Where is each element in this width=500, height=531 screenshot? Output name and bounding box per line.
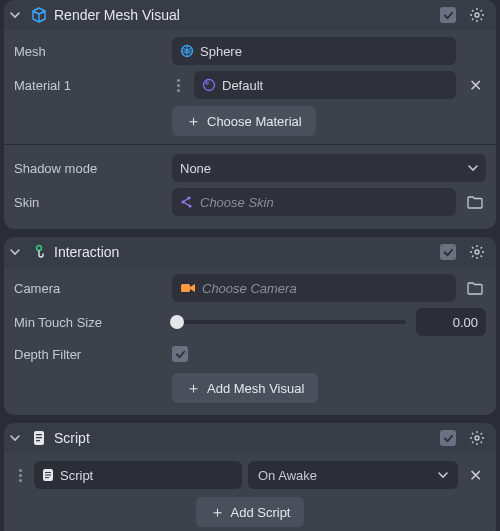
- enabled-checkbox[interactable]: [440, 7, 456, 23]
- svg-point-2: [204, 80, 215, 91]
- choose-material-label: Choose Material: [207, 114, 302, 129]
- component-header[interactable]: Render Mesh Visual: [4, 0, 496, 30]
- slider-thumb[interactable]: [170, 315, 184, 329]
- plus-icon: ＋: [186, 379, 201, 398]
- add-mesh-row: ＋ Add Mesh Visual: [14, 369, 486, 405]
- min-touch-value: 0.00: [453, 315, 478, 330]
- component-title: Render Mesh Visual: [54, 7, 434, 23]
- script-asset-label: Script: [60, 468, 234, 483]
- component-body: Mesh Sphere Material 1 Default ✕: [4, 30, 496, 229]
- shadow-row: Shadow mode None: [14, 151, 486, 185]
- script-icon: [30, 429, 48, 447]
- browse-camera-button[interactable]: [464, 281, 486, 295]
- script-event-dropdown[interactable]: On Awake: [248, 461, 458, 489]
- add-script-row: ＋ Add Script: [14, 493, 486, 529]
- chevron-down-icon: [468, 163, 478, 173]
- depth-filter-checkbox[interactable]: [172, 346, 188, 362]
- component-header[interactable]: Interaction: [4, 237, 496, 267]
- component-body: Camera Choose Camera Min Touch Size 0.00: [4, 267, 496, 415]
- material-label: Material 1: [14, 78, 164, 93]
- touch-icon: [30, 243, 48, 261]
- enabled-checkbox[interactable]: [440, 430, 456, 446]
- min-touch-label: Min Touch Size: [14, 315, 164, 330]
- chevron-down-icon: [10, 10, 24, 20]
- remove-script-button[interactable]: ✕: [464, 466, 486, 485]
- mesh-label: Mesh: [14, 44, 164, 59]
- remove-material-button[interactable]: ✕: [464, 76, 486, 95]
- min-touch-slider[interactable]: [172, 320, 406, 324]
- svg-point-8: [475, 250, 479, 254]
- script-event-value: On Awake: [258, 468, 317, 483]
- divider: [4, 144, 496, 145]
- choose-material-row: ＋ Choose Material: [14, 102, 486, 138]
- svg-rect-17: [45, 475, 51, 476]
- component-title: Interaction: [54, 244, 434, 260]
- svg-rect-11: [36, 434, 42, 435]
- camera-field[interactable]: Choose Camera: [172, 274, 456, 302]
- depth-filter-label: Depth Filter: [14, 347, 164, 362]
- add-mesh-label: Add Mesh Visual: [207, 381, 304, 396]
- svg-rect-13: [36, 440, 40, 441]
- script-entry-row: Script On Awake ✕: [14, 457, 486, 493]
- component-header[interactable]: Script: [4, 423, 496, 453]
- gear-icon[interactable]: [468, 429, 486, 447]
- svg-rect-9: [181, 284, 190, 292]
- svg-point-3: [205, 81, 209, 85]
- cube-icon: [30, 6, 48, 24]
- add-script-label: Add Script: [231, 505, 291, 520]
- component-title: Script: [54, 430, 434, 446]
- close-icon: ✕: [469, 466, 482, 485]
- script-asset-field[interactable]: Script: [34, 461, 242, 489]
- material-icon: [202, 78, 216, 92]
- svg-point-7: [37, 246, 42, 251]
- drag-handle-icon[interactable]: [14, 469, 26, 482]
- skin-row: Skin Choose Skin: [14, 185, 486, 219]
- add-script-button[interactable]: ＋ Add Script: [196, 497, 305, 527]
- chevron-down-icon: [10, 247, 24, 257]
- depth-filter-row: Depth Filter: [14, 339, 486, 369]
- choose-material-button[interactable]: ＋ Choose Material: [172, 106, 316, 136]
- svg-rect-16: [45, 472, 51, 473]
- camera-icon: [180, 282, 196, 294]
- plus-icon: ＋: [210, 503, 225, 522]
- min-touch-row: Min Touch Size 0.00: [14, 305, 486, 339]
- skin-field[interactable]: Choose Skin: [172, 188, 456, 216]
- folder-icon: [467, 281, 483, 295]
- add-mesh-visual-button[interactable]: ＋ Add Mesh Visual: [172, 373, 318, 403]
- plus-icon: ＋: [186, 112, 201, 131]
- shadow-value: None: [180, 161, 462, 176]
- mesh-row: Mesh Sphere: [14, 34, 486, 68]
- material-field[interactable]: Default: [194, 71, 456, 99]
- browse-skin-button[interactable]: [464, 195, 486, 209]
- script-file-icon: [42, 468, 54, 482]
- gear-icon[interactable]: [468, 243, 486, 261]
- shadow-label: Shadow mode: [14, 161, 164, 176]
- svg-point-0: [475, 13, 479, 17]
- close-icon: ✕: [469, 76, 482, 95]
- camera-row: Camera Choose Camera: [14, 271, 486, 305]
- chevron-down-icon: [10, 433, 24, 443]
- mesh-field[interactable]: Sphere: [172, 37, 456, 65]
- svg-rect-18: [45, 477, 49, 478]
- svg-rect-12: [36, 437, 42, 438]
- sphere-icon: [180, 44, 194, 58]
- skin-placeholder: Choose Skin: [200, 195, 448, 210]
- drag-handle-icon[interactable]: [172, 79, 184, 92]
- component-interaction: Interaction Camera Choose Camera Min Tou…: [4, 237, 496, 415]
- component-render-mesh: Render Mesh Visual Mesh Sphere Material …: [4, 0, 496, 229]
- material-value: Default: [222, 78, 448, 93]
- folder-icon: [467, 195, 483, 209]
- chevron-down-icon: [438, 470, 448, 480]
- mesh-value: Sphere: [200, 44, 448, 59]
- skin-icon: [180, 195, 194, 209]
- shadow-dropdown[interactable]: None: [172, 154, 486, 182]
- component-body: Script On Awake ✕ ＋ Add Script: [4, 453, 496, 531]
- svg-point-14: [475, 436, 479, 440]
- enabled-checkbox[interactable]: [440, 244, 456, 260]
- material-row: Material 1 Default ✕: [14, 68, 486, 102]
- skin-label: Skin: [14, 195, 164, 210]
- gear-icon[interactable]: [468, 6, 486, 24]
- camera-placeholder: Choose Camera: [202, 281, 448, 296]
- min-touch-input[interactable]: 0.00: [416, 308, 486, 336]
- component-script: Script Script On Awake ✕: [4, 423, 496, 531]
